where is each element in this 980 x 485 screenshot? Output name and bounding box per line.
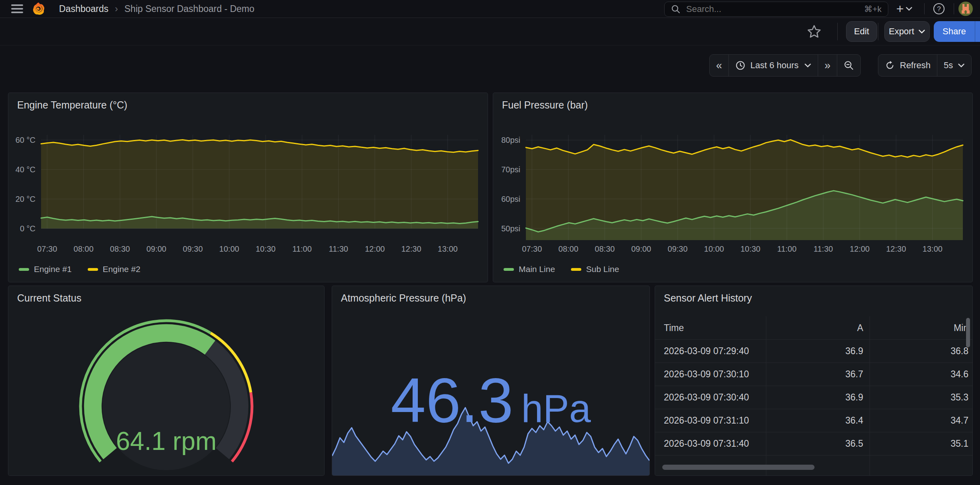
table-cell: 36.9: [766, 386, 870, 409]
chevron-down-icon: [918, 29, 925, 34]
svg-text:12:00: 12:00: [850, 244, 870, 253]
vertical-scrollbar[interactable]: [966, 318, 970, 347]
share-menu-button[interactable]: [975, 21, 980, 42]
fuel-pressure-chart: 07:3008:0008:3009:0009:3010:0010:3011:00…: [493, 93, 972, 282]
legend-swatch: [88, 268, 98, 271]
user-avatar[interactable]: [958, 2, 973, 16]
svg-text:10:00: 10:00: [704, 244, 724, 253]
export-label: Export: [889, 26, 914, 37]
legend-item[interactable]: Engine #1: [19, 264, 72, 274]
table-row: 2026-03-09 07:31:4036.535.1: [655, 432, 972, 455]
panel-engine-temperature: Engine Temperature (°C) 07:3008:0008:300…: [8, 93, 488, 282]
breadcrumb-dashboards[interactable]: Dashboards: [59, 4, 108, 14]
stat-value: 46.3hPa: [332, 364, 649, 436]
svg-text:20 °C: 20 °C: [16, 195, 35, 203]
panel-title[interactable]: Sensor Alert History: [664, 292, 752, 304]
star-icon[interactable]: [806, 24, 822, 39]
svg-text:60psi: 60psi: [501, 195, 520, 203]
breadcrumb-separator-icon: ›: [115, 3, 118, 14]
toolbar-divider: [837, 23, 838, 40]
svg-text:12:30: 12:30: [886, 244, 906, 253]
zoom-out-icon: [844, 60, 854, 71]
table-row: 2026-03-09 07:31:1036.434.7: [655, 409, 972, 432]
table-cell: 35.1: [870, 432, 973, 455]
svg-text:08:00: 08:00: [559, 244, 579, 253]
nav-divider: [924, 3, 925, 14]
search-shortcut: ⌘+k: [864, 4, 882, 14]
search-icon: [671, 4, 681, 14]
table-cell: 36.5: [766, 432, 870, 455]
time-forward-button[interactable]: »: [818, 55, 837, 76]
svg-text:07:30: 07:30: [522, 244, 542, 253]
svg-text:12:00: 12:00: [365, 244, 385, 253]
chevron-down-icon: [905, 6, 913, 11]
help-icon[interactable]: ?: [932, 2, 946, 16]
time-range-button[interactable]: Last 6 hours: [729, 55, 818, 76]
menu-icon[interactable]: [11, 4, 23, 13]
share-button[interactable]: Share: [934, 21, 975, 42]
svg-text:07:30: 07:30: [37, 244, 57, 253]
search-input[interactable]: ⌘+k: [664, 2, 888, 17]
table-cell: [870, 455, 973, 476]
svg-text:11:00: 11:00: [777, 244, 797, 253]
legend-label: Sub Line: [586, 264, 619, 274]
time-range-label: Last 6 hours: [750, 60, 799, 71]
zoom-out-button[interactable]: [837, 55, 860, 76]
add-button[interactable]: +: [896, 1, 913, 17]
gauge-value: 64.1 rpm: [8, 426, 324, 456]
refresh-button[interactable]: Refresh: [878, 55, 937, 76]
legend-item[interactable]: Sub Line: [571, 264, 619, 274]
chevron-down-icon: [958, 63, 965, 68]
refresh-interval-label: 5s: [944, 60, 953, 71]
svg-text:09:30: 09:30: [668, 244, 688, 253]
refresh-label: Refresh: [900, 60, 931, 71]
export-button[interactable]: Export: [884, 21, 930, 42]
table-header-cell[interactable]: Time: [655, 316, 766, 339]
panel-title[interactable]: Engine Temperature (°C): [17, 99, 127, 111]
horizontal-scrollbar[interactable]: [662, 465, 815, 470]
refresh-interval-button[interactable]: 5s: [937, 55, 971, 76]
svg-text:13:00: 13:00: [438, 244, 458, 253]
chevron-down-icon: [804, 63, 811, 68]
legend-label: Main Line: [519, 264, 555, 274]
svg-text:11:30: 11:30: [814, 244, 833, 253]
panel-sensor-alert-history: Sensor Alert History TimeAMin2026-03-09 …: [655, 286, 973, 476]
table-header-cell[interactable]: Min: [870, 316, 973, 339]
legend-label: Engine #1: [34, 264, 72, 274]
dashboard-toolbar: Edit Export Share: [0, 18, 980, 45]
clock-icon: [735, 60, 746, 71]
table-row: 2026-03-09 07:30:1036.734.6: [655, 363, 972, 386]
svg-text:?: ?: [937, 5, 941, 13]
table-header-cell[interactable]: A: [766, 316, 870, 339]
table-cell: 2026-03-09 07:31:40: [655, 432, 766, 455]
time-controls: « Last 6 hours » Refresh: [0, 45, 980, 77]
search-field[interactable]: [685, 4, 864, 15]
legend-item[interactable]: Engine #2: [88, 264, 141, 274]
legend-item[interactable]: Main Line: [504, 264, 555, 274]
panel-title[interactable]: Fuel Pressure (bar): [502, 99, 588, 111]
svg-text:0 °C: 0 °C: [20, 224, 35, 233]
svg-text:08:00: 08:00: [74, 244, 94, 253]
svg-text:09:00: 09:00: [146, 244, 166, 253]
engine-temperature-chart: 07:3008:0008:3009:0009:3010:0010:3011:00…: [8, 93, 488, 282]
table-cell: 36.9: [766, 340, 870, 363]
time-range-group: « Last 6 hours »: [709, 54, 861, 77]
edit-button[interactable]: Edit: [846, 21, 877, 42]
panel-title[interactable]: Atmospheric Pressure (hPa): [341, 292, 466, 304]
svg-text:08:30: 08:30: [595, 244, 615, 253]
table-cell: 2026-03-09 07:30:10: [655, 363, 766, 386]
time-back-button[interactable]: «: [710, 55, 729, 76]
chart-legend: Engine #1Engine #2: [19, 264, 140, 274]
stat-number: 46.3: [391, 365, 514, 435]
svg-text:50psi: 50psi: [501, 224, 520, 233]
plus-icon: +: [896, 1, 904, 17]
svg-text:80psi: 80psi: [501, 136, 520, 144]
table-row: 2026-03-09 07:29:4036.936.8: [655, 340, 972, 363]
svg-text:09:00: 09:00: [631, 244, 651, 253]
grafana-logo-icon[interactable]: [32, 2, 45, 16]
share-button-group: Share: [934, 21, 980, 42]
legend-label: Engine #2: [103, 264, 141, 274]
panel-title[interactable]: Current Status: [17, 292, 81, 304]
svg-text:70psi: 70psi: [501, 165, 520, 174]
alert-table: TimeAMin2026-03-09 07:29:4036.936.82026-…: [655, 316, 972, 475]
